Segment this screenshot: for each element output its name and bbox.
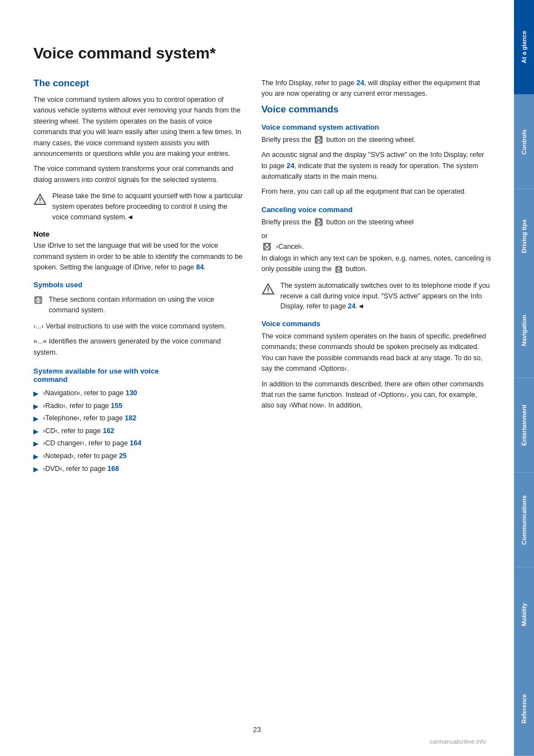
sidebar: At a glance Controls Driving tips Naviga… <box>514 0 534 756</box>
list-item: ▶ ›DVD‹, refer to page 168 <box>33 464 245 475</box>
bullet-icon-4: ▶ <box>33 426 38 437</box>
systems-page-3: 182 <box>125 414 136 422</box>
triangle-icon-2 <box>261 282 275 295</box>
list-item: ▶ ›CD‹, refer to page 162 <box>33 426 245 437</box>
tab-controls-label: Controls <box>521 129 527 154</box>
two-col-layout: The concept The voice command system all… <box>33 78 492 479</box>
svg-rect-20 <box>338 267 340 269</box>
tab-driving[interactable]: Driving tips <box>514 189 534 284</box>
note-text: Use iDrive to set the language that will… <box>33 240 245 273</box>
symbols-item-3: »...« Identifies the answers generated b… <box>33 336 245 358</box>
tab-mobility-label: Mobility <box>521 603 527 626</box>
svg-rect-8 <box>318 137 320 140</box>
list-item: ▶ ›Radio‹, refer to page 155 <box>33 401 245 412</box>
systems-item-2: ›Radio‹, refer to page 155 <box>43 401 122 412</box>
list-item: ▶ ›Notepad‹, refer to page 25 <box>33 451 245 462</box>
canceling-text-2: In dialogs in which any text can be spok… <box>261 253 492 275</box>
mic-icon-inline <box>335 266 343 273</box>
systems-page-6: 25 <box>119 452 127 460</box>
svg-point-25 <box>268 292 269 293</box>
tab-communications[interactable]: Communications <box>514 473 534 567</box>
tab-navigation-label: Navigation <box>521 315 527 346</box>
systems-heading: Systems available for use with voicecomm… <box>33 367 245 384</box>
concept-heading: The concept <box>33 78 245 89</box>
left-column: The concept The voice command system all… <box>33 78 245 479</box>
systems-item-7: ›DVD‹, refer to page 168 <box>43 464 119 475</box>
info-box-2: The system automatically switches over t… <box>261 281 492 312</box>
voice-cmds-text-2: In addition to the commands described, t… <box>261 379 492 411</box>
symbols-item-2: ›...‹ Verbal instructions to use with th… <box>33 321 245 332</box>
note-page-ref: 84 <box>196 263 204 271</box>
info-display-page-ref: 24 <box>357 79 364 87</box>
systems-item-4: ›CD‹, refer to page 162 <box>43 426 115 437</box>
page-title: Voice command system* <box>33 45 492 62</box>
bullet-icon-5: ▶ <box>33 439 38 449</box>
tab-driving-label: Driving tips <box>521 219 527 253</box>
info-box-2-page-ref: 24 <box>348 302 355 310</box>
activation-text-3: From here, you can call up all the equip… <box>261 186 492 197</box>
cancel-cmd-text: ›Cancel‹. <box>276 243 304 251</box>
tab-mobility[interactable]: Mobility <box>514 567 534 662</box>
info-box-2-text: The system automatically switches over t… <box>280 281 492 312</box>
tab-controls[interactable]: Controls <box>514 95 534 189</box>
bullet-icon-1: ▶ <box>33 389 38 399</box>
or-text: or <box>261 232 492 240</box>
svg-rect-12 <box>318 219 320 222</box>
concept-para-1: The voice command system allows you to c… <box>33 95 245 159</box>
note-heading: Note <box>33 230 245 238</box>
tab-at-glance[interactable]: At a glance <box>514 0 534 95</box>
tab-at-glance-label: At a glance <box>521 31 527 64</box>
systems-page-1: 130 <box>126 389 137 397</box>
bullet-icon-6: ▶ <box>33 451 38 462</box>
tab-entertainment[interactable]: Entertainment <box>514 378 534 473</box>
page-number: 23 <box>253 725 261 734</box>
voice-cmds-subheading: Voice commands <box>261 320 492 328</box>
svg-rect-16 <box>266 244 268 247</box>
bullet-icon-3: ▶ <box>33 414 38 424</box>
activation-subheading: Voice command system activation <box>261 123 492 131</box>
right-column: The Info Display, refer to page 24, will… <box>261 78 492 479</box>
page-container: Voice command system* The concept The vo… <box>0 0 534 756</box>
list-item: ▶ ›Telephone‹, refer to page 182 <box>33 413 245 424</box>
systems-page-4: 162 <box>103 427 115 435</box>
bullet-icon-2: ▶ <box>33 401 38 412</box>
canceling-text-1: Briefly press the button on the steering… <box>261 217 492 228</box>
systems-item-5: ›CD changer‹, refer to page 164 <box>43 438 141 449</box>
svg-point-2 <box>39 202 41 203</box>
mic-icon <box>33 294 43 306</box>
bullet-icon-7: ▶ <box>33 464 38 475</box>
systems-page-5: 164 <box>130 439 141 447</box>
triangle-icon <box>33 192 47 205</box>
list-item: ▶ ›CD changer‹, refer to page 164 <box>33 438 245 449</box>
concept-info-text: Please take the time to acquaint yoursel… <box>52 191 245 222</box>
activation-text-2: An acoustic signal and the display "SVS … <box>261 150 492 182</box>
tab-entertainment-label: Entertainment <box>521 405 527 446</box>
activation-page-ref: 24 <box>286 162 294 170</box>
cancel-command: ›Cancel‹. <box>261 242 492 251</box>
activation-text-1: Briefly press the button on the steering… <box>261 135 492 145</box>
systems-list: ▶ ›Navigation‹, refer to page 130 ▶ ›Rad… <box>33 388 245 474</box>
steering-mic-icon-2 <box>314 218 323 227</box>
systems-item-3: ›Telephone‹, refer to page 182 <box>43 413 136 424</box>
info-display-text: The Info Display, refer to page 24, will… <box>261 78 492 100</box>
svg-rect-4 <box>37 298 39 301</box>
voice-cmds-text-1: The voice command system operates on the… <box>261 331 492 375</box>
systems-page-7: 168 <box>107 465 119 473</box>
tab-reference-label: Reference <box>521 694 527 724</box>
tab-reference[interactable]: Reference <box>514 661 534 756</box>
systems-item-6: ›Notepad‹, refer to page 25 <box>43 451 127 462</box>
concept-info-box: Please take the time to acquaint yoursel… <box>33 191 245 222</box>
watermark: carmanualonline.info <box>429 738 486 745</box>
voice-commands-heading: Voice commands <box>261 104 492 115</box>
list-item: ▶ ›Navigation‹, refer to page 130 <box>33 388 245 399</box>
tab-navigation[interactable]: Navigation <box>514 283 534 378</box>
symbols-item-1: These sections contain information on us… <box>49 294 245 316</box>
systems-page-2: 155 <box>111 402 122 410</box>
steering-mic-icon-1 <box>314 135 323 144</box>
main-content: Voice command system* The concept The vo… <box>0 0 514 756</box>
symbols-heading: Symbols used <box>33 281 245 289</box>
tab-communications-label: Communications <box>521 495 527 544</box>
concept-para-2: The voice command system transforms your… <box>33 164 245 185</box>
canceling-subheading: Canceling voice command <box>261 205 492 214</box>
systems-item-1: ›Navigation‹, refer to page 130 <box>43 388 137 399</box>
